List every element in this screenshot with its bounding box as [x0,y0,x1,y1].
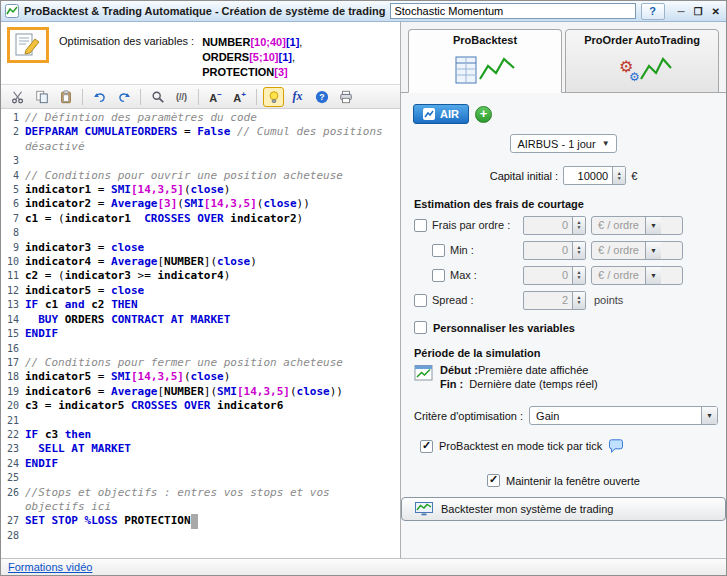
spinner-icon[interactable]: ▲▼ [572,217,585,234]
code-line[interactable]: 12indicator5 = close [1,284,400,298]
period-row-value: Dernière date (temps réel) [463,378,598,390]
code-line[interactable]: 19indicator6 = Average[NUMBER](SMI[14,3,… [1,385,400,399]
video-trainings-link[interactable]: Formations vidéo [8,561,92,573]
search-button[interactable] [147,87,168,107]
spinner-icon[interactable]: ▲▼ [572,242,585,259]
capital-input[interactable]: 10000 ▲▼ [563,166,626,185]
copy-button[interactable] [31,87,52,107]
fee-value[interactable]: 0 [524,269,572,281]
fee-input[interactable]: 2▲▼ [523,291,586,310]
fee-checkbox[interactable] [414,294,427,307]
code-line[interactable]: 8 [1,226,400,240]
comment-button[interactable]: (//) [171,87,192,107]
criterion-select-value: Gain [530,410,701,422]
minimize-button[interactable]: ─ [678,6,685,17]
code-line[interactable]: 4// Conditions pour ouvrir une position … [1,169,400,183]
code-line[interactable]: 3 [1,154,400,168]
help-button[interactable]: ? [311,87,332,107]
code-line-text: IF c3 then [25,428,385,442]
code-line[interactable]: 18indicator5 = SMI[14,3,5](close) [1,370,400,384]
code-line[interactable]: 21 [1,414,400,428]
code-editor[interactable]: 1// Défintion des paramètres du code2DEF… [1,109,400,558]
code-line[interactable]: 22IF c3 then [1,428,400,442]
code-line[interactable]: 17// Conditions pour fermer une position… [1,356,400,370]
personalize-label: Personnaliser les variables [433,322,575,334]
capital-value[interactable]: 10000 [564,170,612,182]
line-number: 1 [1,111,25,125]
font-larger-button[interactable]: A+ [229,87,250,107]
code-line[interactable]: 14 BUY ORDERS CONTRACT AT MARKET [1,313,400,327]
fee-checkbox[interactable] [432,244,445,257]
fee-value[interactable]: 2 [524,294,572,306]
redo-button[interactable] [113,87,134,107]
code-line[interactable]: 26//Stops et objectifs : entres vos stop… [1,486,400,515]
line-number: 22 [1,428,25,442]
fee-checkbox[interactable] [414,219,427,232]
code-line[interactable]: 16 [1,342,400,356]
speech-bubble-icon[interactable] [608,439,624,453]
suggest-button[interactable] [263,87,284,107]
code-line[interactable]: 10indicator4 = Average[NUMBER](close) [1,255,400,269]
tab-proorder-autotrading[interactable]: ProOrder AutoTrading⚙⚙ [565,29,719,93]
fee-input[interactable]: 0▲▼ [523,241,586,260]
code-line-text: indicator3 = close [25,241,385,255]
code-line[interactable]: 11c2 = (indicator3 >= indicator4) [1,269,400,283]
run-backtest-button[interactable]: Backtester mon système de trading [401,497,726,521]
window-title: ProBacktest & Trading Automatique - Créa… [24,5,385,17]
code-line[interactable]: 1// Défintion des paramètres du code [1,111,400,125]
fee-value[interactable]: 0 [524,219,572,231]
fee-value[interactable]: 0 [524,244,572,256]
code-line-text: indicator5 = close [25,284,385,298]
system-name-input[interactable] [390,3,635,19]
code-line[interactable]: 20c3 = indicator5 CROSSES OVER indicator… [1,399,400,413]
tab-probacktest[interactable]: ProBacktest [408,29,562,93]
cut-button[interactable] [7,87,28,107]
help-button[interactable]: ? [641,3,665,20]
font-smaller-button[interactable]: A− [205,87,226,107]
fee-input[interactable]: 0▲▼ [523,216,586,235]
fee-input[interactable]: 0▲▼ [523,266,586,285]
instrument-tab-air[interactable]: AIR [413,104,469,124]
code-line[interactable]: 27SET STOP %LOSS PROTECTION [1,514,400,528]
print-button[interactable] [335,87,356,107]
code-line[interactable]: 23 SELL AT MARKET [1,442,400,456]
code-line-text: ENDIF [25,327,385,341]
code-line[interactable]: 24ENDIF [1,457,400,471]
line-number: 4 [1,169,25,183]
code-line-text: indicator1 = SMI[14,3,5](close) [25,183,385,197]
fee-unit-select[interactable]: € / ordre▼ [591,241,683,260]
undo-button[interactable] [89,87,110,107]
code-line[interactable]: 13IF c1 and c2 THEN [1,298,400,312]
code-line[interactable]: 5indicator1 = SMI[14,3,5](close) [1,183,400,197]
option-checkbox[interactable] [487,474,500,487]
code-line-text: c1 = (indicator1 CROSSES OVER indicator2… [25,212,385,226]
code-line[interactable]: 2DEFPARAM CUMULATEORDERS = False // Cumu… [1,125,400,154]
code-line[interactable]: 6indicator2 = Average[3](SMI[14,3,5](clo… [1,197,400,211]
personalize-checkbox[interactable] [414,321,427,334]
instrument-select[interactable]: AIRBUS - 1 jour ▼ [510,134,616,153]
code-line[interactable]: 28 [1,529,400,543]
fee-unit-select[interactable]: € / ordre▼ [591,216,683,235]
paste-button[interactable] [55,87,76,107]
close-button[interactable]: ✕ [712,6,720,17]
fee-checkbox[interactable] [432,269,445,282]
option-checkbox[interactable] [420,440,433,453]
criterion-select[interactable]: Gain ▼ [529,406,718,425]
criterion-row: Critère d'optimisation : Gain ▼ [414,406,718,425]
code-line-text: IF c1 and c2 THEN [25,298,385,312]
fees-rows: Frais par ordre :0▲▼€ / ordre▼Min :0▲▼€ … [401,215,726,310]
period-row-label: Début : [440,364,478,376]
edit-code-icon[interactable] [7,27,49,63]
spinner-icon[interactable]: ▲▼ [572,292,585,309]
spinner-icon[interactable]: ▲▼ [572,267,585,284]
spinner-icon[interactable]: ▲▼ [612,167,625,184]
maximize-button[interactable]: ❒ [694,6,703,17]
add-instrument-button[interactable]: + [475,106,492,123]
code-line[interactable]: 9indicator3 = close [1,241,400,255]
code-line[interactable]: 15ENDIF [1,327,400,341]
capital-row: Capital initial : 10000 ▲▼ € [401,166,726,185]
fx-button[interactable]: fx [287,87,308,107]
code-line[interactable]: 25 [1,471,400,485]
fee-unit-select[interactable]: € / ordre▼ [591,266,683,285]
code-line[interactable]: 7c1 = (indicator1 CROSSES OVER indicator… [1,212,400,226]
